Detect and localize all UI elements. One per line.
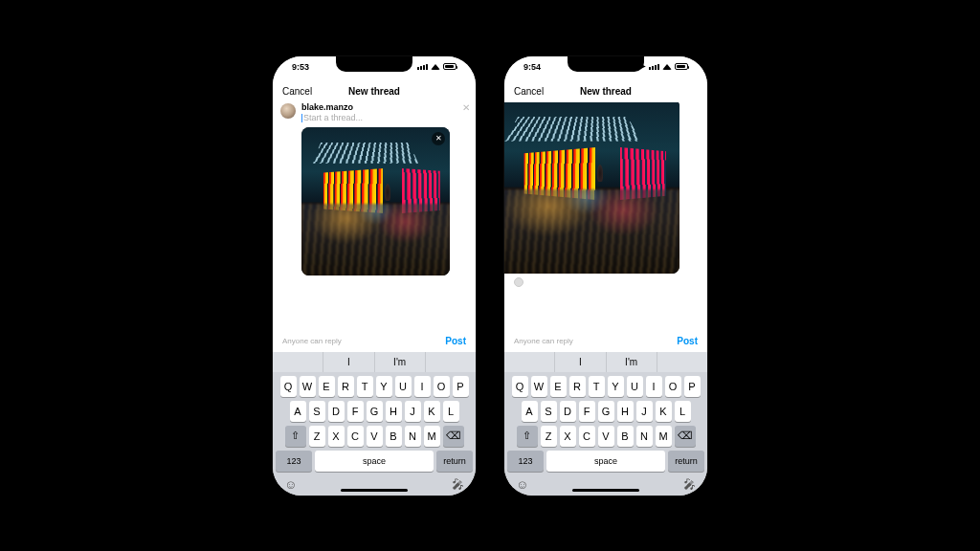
key[interactable]: C	[347, 426, 364, 447]
key[interactable]: N	[636, 426, 653, 447]
key[interactable]: Q	[512, 376, 528, 397]
key[interactable]: F	[579, 401, 595, 422]
dismiss-icon[interactable]: ✕	[462, 102, 470, 113]
notch	[336, 56, 412, 72]
key-row-bottom: 123 space return	[273, 447, 476, 472]
key[interactable]: G	[598, 401, 614, 422]
key[interactable]: V	[367, 426, 383, 447]
key[interactable]: H	[617, 401, 634, 422]
key[interactable]: R	[338, 376, 354, 397]
key[interactable]: K	[656, 401, 672, 422]
composer-area: blake.manzo Start a thread... ✕ ✕ Anyone	[273, 102, 476, 352]
key[interactable]: M	[656, 426, 672, 447]
key[interactable]: P	[453, 376, 469, 397]
key[interactable]: W	[300, 376, 316, 397]
key[interactable]: E	[319, 376, 335, 397]
status-indicators: ➤	[639, 62, 688, 71]
remove-attachment-icon[interactable]: ✕	[432, 132, 445, 145]
emoji-icon[interactable]: ☺	[284, 477, 297, 492]
suggestion[interactable]	[273, 352, 323, 372]
key-row-2: A S D F G H J K L	[504, 397, 707, 422]
thread-input[interactable]: Start a thread...	[301, 113, 468, 122]
mic-icon[interactable]: 🎤︎	[683, 477, 696, 492]
cancel-button[interactable]: Cancel	[514, 86, 544, 97]
home-indicator[interactable]	[572, 489, 639, 492]
key[interactable]: B	[617, 426, 634, 447]
key[interactable]: K	[424, 401, 440, 422]
key[interactable]: P	[684, 376, 701, 397]
key[interactable]: T	[589, 376, 605, 397]
key[interactable]: Z	[309, 426, 325, 447]
key-row-1: Q W E R T Y U I O P	[273, 372, 476, 397]
return-key[interactable]: return	[668, 451, 704, 472]
key[interactable]: H	[386, 401, 402, 422]
key[interactable]: R	[569, 376, 586, 397]
key[interactable]: Z	[541, 426, 557, 447]
battery-icon	[443, 63, 457, 70]
key[interactable]: A	[290, 401, 306, 422]
key[interactable]: O	[434, 376, 450, 397]
key[interactable]: J	[636, 401, 653, 422]
suggestion[interactable]: I'm	[607, 352, 657, 372]
key[interactable]: C	[579, 426, 595, 447]
key[interactable]: E	[550, 376, 567, 397]
key[interactable]: N	[405, 426, 421, 447]
key[interactable]: V	[598, 426, 614, 447]
key[interactable]: D	[560, 401, 576, 422]
suggestion[interactable]	[504, 352, 555, 372]
post-button[interactable]: Post	[445, 336, 466, 346]
key[interactable]: L	[443, 401, 459, 422]
notch	[568, 56, 644, 72]
key[interactable]: B	[386, 426, 402, 447]
key[interactable]: U	[395, 376, 412, 397]
key[interactable]: X	[328, 426, 345, 447]
suggestion[interactable]: I	[555, 352, 606, 372]
reply-setting[interactable]: Anyone can reply	[514, 337, 573, 345]
numbers-key[interactable]: 123	[507, 451, 544, 472]
key[interactable]: A	[522, 401, 538, 422]
key[interactable]: S	[309, 401, 325, 422]
suggestion-bar: I I'm	[504, 352, 707, 372]
page-title: New thread	[348, 86, 400, 97]
reply-setting[interactable]: Anyone can reply	[282, 337, 342, 345]
key[interactable]: I	[414, 376, 431, 397]
key[interactable]: L	[675, 401, 691, 422]
suggestion[interactable]: I	[323, 352, 374, 372]
emoji-icon[interactable]: ☺	[516, 477, 528, 492]
home-indicator[interactable]	[341, 489, 408, 492]
return-key[interactable]: return	[436, 451, 473, 472]
add-thread-avatar[interactable]	[514, 277, 523, 287]
suggestion[interactable]	[657, 352, 707, 372]
space-key[interactable]: space	[315, 451, 434, 472]
attached-image[interactable]: ✕	[301, 127, 450, 276]
key[interactable]: S	[541, 401, 557, 422]
key[interactable]: Y	[376, 376, 392, 397]
key[interactable]: Y	[608, 376, 624, 397]
key[interactable]: I	[646, 376, 662, 397]
signal-icon	[417, 64, 428, 70]
shift-key[interactable]: ⇧	[517, 426, 538, 447]
key[interactable]: F	[347, 401, 364, 422]
suggestion[interactable]: I'm	[375, 352, 426, 372]
post-button[interactable]: Post	[677, 336, 698, 346]
suggestion[interactable]	[426, 352, 476, 372]
key[interactable]: T	[357, 376, 373, 397]
shift-key[interactable]: ⇧	[285, 426, 306, 447]
backspace-key[interactable]: ⌫	[443, 426, 464, 447]
space-key[interactable]: space	[546, 451, 665, 472]
attached-image[interactable]	[504, 102, 679, 274]
key-row-1: Q W E R T Y U I O P	[504, 372, 707, 397]
key[interactable]: Q	[280, 376, 297, 397]
key[interactable]: J	[405, 401, 421, 422]
mic-icon[interactable]: 🎤︎	[452, 477, 464, 492]
backspace-key[interactable]: ⌫	[675, 426, 696, 447]
key[interactable]: G	[367, 401, 383, 422]
key[interactable]: D	[328, 401, 345, 422]
key[interactable]: W	[531, 376, 547, 397]
key[interactable]: M	[424, 426, 440, 447]
key[interactable]: U	[627, 376, 643, 397]
numbers-key[interactable]: 123	[276, 451, 312, 472]
cancel-button[interactable]: Cancel	[282, 86, 312, 97]
key[interactable]: X	[560, 426, 576, 447]
key[interactable]: O	[665, 376, 681, 397]
